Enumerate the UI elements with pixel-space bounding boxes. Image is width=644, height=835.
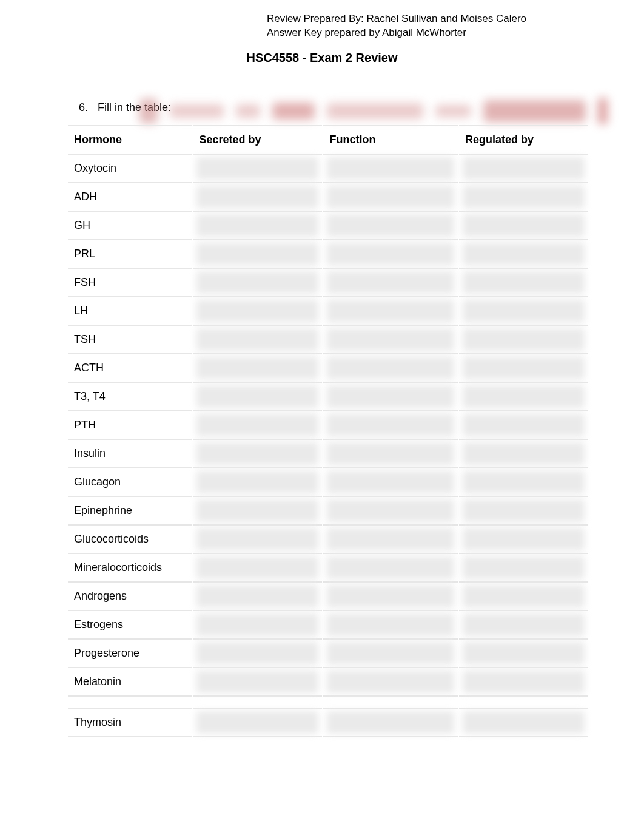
- table-row: Oxytocin: [68, 155, 588, 183]
- hormone-cell: Oxytocin: [68, 155, 192, 183]
- table-row: PTH: [68, 411, 588, 440]
- table-row: PRL: [68, 240, 588, 269]
- hormone-cell: PTH: [68, 411, 192, 440]
- blurred-cell: [323, 497, 458, 526]
- hormone-cell: Melatonin: [68, 668, 192, 697]
- blurred-cell: [459, 240, 588, 269]
- blurred-cell: [193, 183, 322, 212]
- blurred-cell: [323, 554, 458, 583]
- hormone-cell: GH: [68, 212, 192, 240]
- table-row: Glucagon: [68, 468, 588, 497]
- table-row: Androgens: [68, 583, 588, 611]
- blurred-cell: [193, 297, 322, 326]
- blurred-cell: [459, 526, 588, 554]
- hormone-cell: FSH: [68, 269, 192, 297]
- blurred-cell: [459, 354, 588, 383]
- blurred-cell: [323, 640, 458, 668]
- hormone-cell: ADH: [68, 183, 192, 212]
- col-function: Function: [323, 125, 458, 155]
- table-row: Glucocorticoids: [68, 526, 588, 554]
- hormone-table-wrap: Hormone Secreted by Function Regulated b…: [67, 125, 589, 737]
- blurred-cell: [323, 668, 458, 697]
- blurred-cell: [323, 183, 458, 212]
- blurred-cell: [193, 411, 322, 440]
- blurred-cell: [323, 468, 458, 497]
- blurred-cell: [323, 526, 458, 554]
- blurred-cell: [323, 708, 458, 737]
- blurred-cell: [459, 440, 588, 468]
- table-row: TSH: [68, 326, 588, 354]
- meta-line-1: Review Prepared By: Rachel Sullivan and …: [267, 12, 595, 26]
- blurred-cell: [459, 583, 588, 611]
- blurred-cell: [193, 468, 322, 497]
- table-row: LH: [68, 297, 588, 326]
- blurred-cell: [193, 240, 322, 269]
- hormone-cell: Androgens: [68, 583, 192, 611]
- redacted-blob: [598, 98, 608, 124]
- blurred-cell: [459, 668, 588, 697]
- blurred-cell: [193, 269, 322, 297]
- blurred-cell: [323, 411, 458, 440]
- table-row: ADH: [68, 183, 588, 212]
- blurred-cell: [193, 383, 322, 411]
- blurred-cell: [193, 526, 322, 554]
- hormone-cell: Thymosin: [68, 708, 192, 737]
- blurred-cell: [459, 269, 588, 297]
- hormone-cell: Glucocorticoids: [68, 526, 192, 554]
- blurred-cell: [459, 497, 588, 526]
- blurred-cell: [459, 611, 588, 640]
- table-row: ACTH: [68, 354, 588, 383]
- hormone-cell: Mineralocorticoids: [68, 554, 192, 583]
- hormone-cell: T3, T4: [68, 383, 192, 411]
- table-header-row: Hormone Secreted by Function Regulated b…: [68, 125, 588, 155]
- table-gap: [68, 697, 588, 708]
- blurred-cell: [193, 212, 322, 240]
- table-row: T3, T4: [68, 383, 588, 411]
- table-row: GH: [68, 212, 588, 240]
- question-number: 6.: [79, 101, 95, 114]
- blurred-cell: [193, 668, 322, 697]
- blurred-cell: [193, 583, 322, 611]
- meta-line-2: Answer Key prepared by Abigail McWhorter: [267, 26, 595, 40]
- col-hormone: Hormone: [68, 125, 192, 155]
- blurred-cell: [193, 354, 322, 383]
- col-secreted-by: Secreted by: [193, 125, 322, 155]
- table-row: Estrogens: [68, 611, 588, 640]
- hormone-cell: LH: [68, 297, 192, 326]
- table-row: Mineralocorticoids: [68, 554, 588, 583]
- blurred-cell: [459, 554, 588, 583]
- col-regulated-by: Regulated by: [459, 125, 588, 155]
- hormone-cell: Insulin: [68, 440, 192, 468]
- hormone-cell: Glucagon: [68, 468, 192, 497]
- hormone-cell: Progesterone: [68, 640, 192, 668]
- table-row: Insulin: [68, 440, 588, 468]
- blurred-cell: [459, 640, 588, 668]
- blurred-cell: [193, 155, 322, 183]
- blurred-cell: [459, 708, 588, 737]
- blurred-cell: [459, 326, 588, 354]
- blurred-cell: [459, 411, 588, 440]
- document-meta: Review Prepared By: Rachel Sullivan and …: [267, 12, 595, 40]
- question-6: 6. Fill in the table:: [79, 101, 595, 114]
- table-row: Progesterone: [68, 640, 588, 668]
- blurred-cell: [459, 468, 588, 497]
- blurred-cell: [193, 611, 322, 640]
- blurred-cell: [459, 383, 588, 411]
- table-row: Epinephrine: [68, 497, 588, 526]
- blurred-cell: [193, 497, 322, 526]
- hormone-cell: PRL: [68, 240, 192, 269]
- blurred-cell: [323, 583, 458, 611]
- blurred-cell: [323, 155, 458, 183]
- blurred-cell: [193, 326, 322, 354]
- page-title: HSC4558 - Exam 2 Review: [49, 51, 595, 65]
- blurred-cell: [193, 554, 322, 583]
- hormone-cell: Epinephrine: [68, 497, 192, 526]
- blurred-cell: [323, 611, 458, 640]
- blurred-cell: [323, 297, 458, 326]
- hormone-cell: ACTH: [68, 354, 192, 383]
- hormone-cell: TSH: [68, 326, 192, 354]
- hormone-table: Hormone Secreted by Function Regulated b…: [67, 125, 589, 737]
- blurred-cell: [459, 155, 588, 183]
- table-row: Thymosin: [68, 708, 588, 737]
- blurred-cell: [459, 183, 588, 212]
